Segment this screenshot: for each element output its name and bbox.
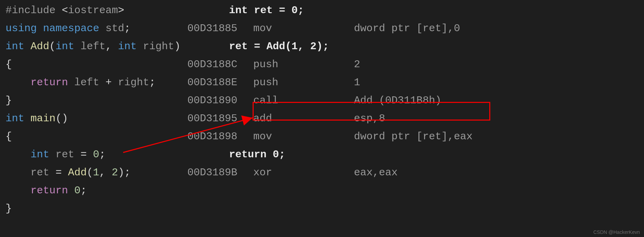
disasm-row: 00D31885 mov dword ptr [ret],0 xyxy=(187,19,632,37)
src-line-add-decl: int Add(int left, int right) xyxy=(6,37,179,55)
disasm-mnemonic: mov xyxy=(253,19,354,37)
disasm-operands: eax,eax xyxy=(354,164,398,182)
disasm-addr: 00D31890 xyxy=(187,91,253,109)
src-line-brace-close: } xyxy=(6,91,179,109)
disasm-mnemonic: add xyxy=(253,109,354,128)
disasm-operands: dword ptr [ret],0 xyxy=(354,19,460,37)
disassembly-panel: int ret = 0; 00D31885 mov dword ptr [ret… xyxy=(187,1,632,182)
disasm-operands: esp,8 xyxy=(354,109,385,128)
disasm-addr: 00D31895 xyxy=(187,109,253,128)
disasm-mnemonic: mov xyxy=(253,128,354,146)
disasm-src-return-0: return 0; xyxy=(187,146,632,164)
src-line-return-0: return 0; xyxy=(6,182,179,200)
disasm-row: 00D3188C push 2 xyxy=(187,55,632,73)
disasm-addr: 00D3189B xyxy=(187,164,253,182)
disasm-addr: 00D3188E xyxy=(187,73,253,91)
disasm-row: 00D31898 mov dword ptr [ret],eax xyxy=(187,128,632,146)
disasm-addr: 00D31898 xyxy=(187,128,253,146)
src-line-brace-open: { xyxy=(6,55,179,73)
src-line-int-ret: int ret = 0; xyxy=(6,146,179,164)
src-line-main-decl: int main() xyxy=(6,109,179,128)
disasm-row: 00D31895 add esp,8 xyxy=(187,109,632,128)
disasm-mnemonic: xor xyxy=(253,164,354,182)
src-line-using: using namespace std; xyxy=(6,19,179,37)
disasm-mnemonic: push xyxy=(253,73,354,91)
disasm-addr: 00D3188C xyxy=(187,55,253,73)
disasm-operands: Add (0D311B8h) xyxy=(354,91,441,109)
src-line-main-open: { xyxy=(6,128,179,146)
disasm-row: 00D3189B xor eax,eax xyxy=(187,164,632,182)
src-line-main-close: } xyxy=(6,200,179,218)
src-line-return-sum: return left + right; xyxy=(6,73,179,91)
src-line-include: #include <iostream> xyxy=(6,1,179,19)
disasm-operands: 2 xyxy=(354,55,360,73)
code-disassembly-view: #include <iostream> using namespace std;… xyxy=(0,0,644,237)
disasm-addr: 00D31885 xyxy=(187,19,253,37)
disasm-operands: 1 xyxy=(354,73,360,91)
disasm-row: 00D3188E push 1 xyxy=(187,73,632,91)
disasm-mnemonic: push xyxy=(253,55,354,73)
disasm-src-call-add: ret = Add(1, 2); xyxy=(187,37,632,55)
source-code-panel: #include <iostream> using namespace std;… xyxy=(6,1,179,218)
src-line-call-add: ret = Add(1, 2); xyxy=(6,164,179,182)
disasm-operands: dword ptr [ret],eax xyxy=(354,128,473,146)
disasm-row-call: 00D31890 call Add (0D311B8h) xyxy=(187,91,632,109)
disasm-src-int-ret: int ret = 0; xyxy=(187,1,632,19)
watermark: CSDN @HackerKevn xyxy=(593,229,640,235)
disasm-mnemonic: call xyxy=(253,91,354,109)
